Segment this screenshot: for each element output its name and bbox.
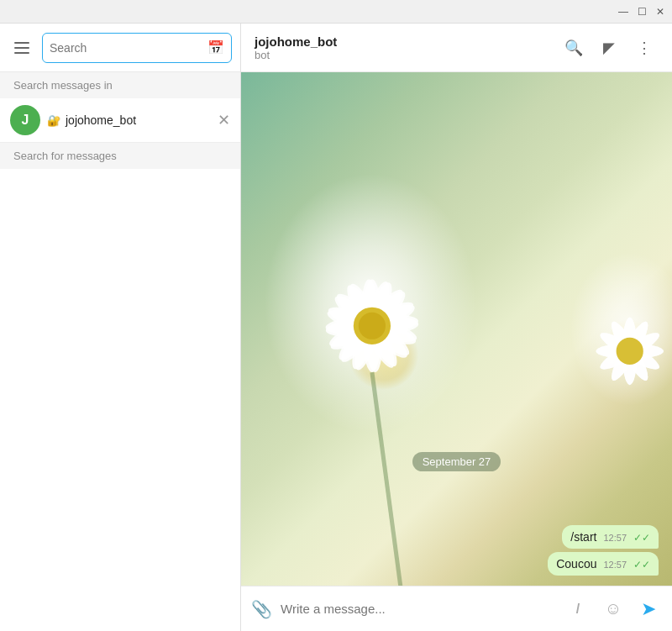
- more-vert-icon: ⋮: [637, 39, 652, 57]
- menu-button[interactable]: [8, 34, 35, 61]
- message-text: /start: [570, 530, 596, 544]
- message-time: 12:57: [603, 533, 627, 543]
- search-icon: 🔍: [564, 39, 583, 57]
- chat-header-info: jojohome_bot bot: [255, 34, 337, 61]
- date-badge: September 27: [412, 452, 501, 471]
- date-separator: September 27: [241, 439, 672, 485]
- chip-name: jojohome_bot: [66, 113, 136, 127]
- messages-area: /start 12:57 ✓✓ Coucou 12:57 ✓✓: [241, 518, 672, 586]
- emoji-button[interactable]: ☺: [600, 596, 627, 623]
- more-button[interactable]: ⋮: [630, 34, 659, 62]
- message-bubble: Coucou 12:57 ✓✓: [548, 552, 659, 576]
- attach-icon: 📎: [251, 600, 272, 618]
- tick-icon: ✓✓: [633, 559, 650, 571]
- flower-overlay: [241, 72, 672, 586]
- chat-bg-image: [241, 72, 672, 586]
- avatar: J: [10, 105, 40, 135]
- top-bar: 📅: [0, 24, 240, 72]
- restore-button[interactable]: ☐: [633, 3, 650, 20]
- message-time: 12:57: [603, 560, 627, 570]
- emoji-icon: ☺: [605, 599, 622, 618]
- chat-header: jojohome_bot bot 🔍 ◤ ⋮: [241, 24, 672, 72]
- chat-background: September 27 /start 12:57 ✓✓ Coucou 12:5…: [241, 72, 672, 586]
- send-icon: ➤: [641, 598, 656, 620]
- search-button[interactable]: 🔍: [559, 34, 588, 62]
- search-box: 📅: [42, 33, 232, 63]
- input-bar: 📎 / ☺ ➤: [241, 586, 672, 631]
- right-panel: jojohome_bot bot 🔍 ◤ ⋮: [241, 24, 672, 631]
- minimize-button[interactable]: —: [615, 3, 632, 20]
- bot-icon: 🔐: [47, 114, 60, 127]
- tick-icon: ✓✓: [633, 532, 650, 544]
- calendar-button[interactable]: 📅: [207, 39, 224, 55]
- command-button[interactable]: /: [564, 596, 591, 623]
- chat-header-actions: 🔍 ◤ ⋮: [559, 34, 659, 62]
- chip-info: 🔐 jojohome_bot: [47, 113, 211, 127]
- left-panel: 📅 Search messages in J 🔐 jojohome_bot ✕ …: [0, 24, 241, 631]
- close-chip-button[interactable]: ✕: [218, 111, 230, 129]
- close-button[interactable]: ✕: [652, 3, 669, 20]
- search-for-label: Search for messages: [0, 143, 240, 169]
- command-icon: /: [576, 602, 580, 617]
- search-input[interactable]: [50, 41, 202, 55]
- message-text: Coucou: [556, 557, 596, 571]
- send-button[interactable]: ➤: [635, 596, 662, 623]
- chat-name: jojohome_bot: [255, 34, 337, 49]
- attach-button[interactable]: 📎: [251, 599, 272, 619]
- window-chrome: — ☐ ✕: [0, 0, 672, 24]
- chat-status: bot: [255, 49, 337, 61]
- columns-button[interactable]: ◤: [595, 34, 623, 62]
- calendar-icon: 📅: [207, 39, 224, 55]
- search-in-label: Search messages in: [0, 72, 240, 98]
- message-bubble: /start 12:57 ✓✓: [562, 525, 659, 549]
- app-layout: 📅 Search messages in J 🔐 jojohome_bot ✕ …: [0, 24, 672, 631]
- contact-chip-row: J 🔐 jojohome_bot ✕: [0, 98, 240, 143]
- columns-icon: ◤: [603, 39, 615, 57]
- message-input[interactable]: [281, 602, 556, 616]
